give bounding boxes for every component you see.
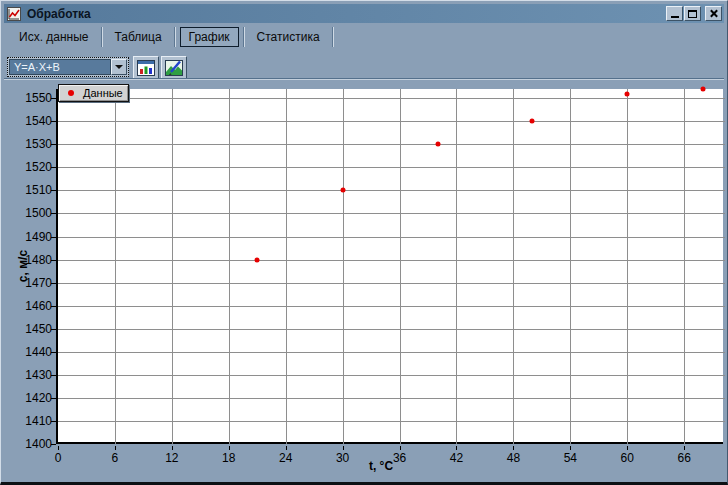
gridline-h bbox=[58, 237, 725, 238]
x-tick-mark bbox=[513, 446, 514, 450]
window-title: Обработка bbox=[27, 7, 91, 21]
gridline-h bbox=[58, 421, 725, 422]
data-point bbox=[340, 188, 345, 193]
toolbar-divider bbox=[4, 78, 724, 80]
y-tick-label: 1440 bbox=[10, 345, 52, 359]
x-tick-label: 48 bbox=[493, 451, 533, 465]
chart-type-button[interactable] bbox=[133, 56, 159, 79]
y-tick-label: 1470 bbox=[10, 276, 52, 290]
minimize-icon bbox=[671, 16, 679, 18]
x-tick-label: 0 bbox=[38, 451, 78, 465]
tab-separator bbox=[332, 27, 334, 47]
gridline-v bbox=[400, 89, 401, 444]
gridline-v bbox=[627, 89, 628, 444]
tab-table[interactable]: Таблица bbox=[104, 27, 173, 47]
x-tick-label: 66 bbox=[664, 451, 704, 465]
formula-dropdown-button[interactable] bbox=[111, 59, 127, 75]
x-tick-label: 24 bbox=[266, 451, 306, 465]
y-tick-label: 1460 bbox=[10, 299, 52, 313]
formula-select[interactable]: Y=A·X+B bbox=[7, 57, 129, 77]
bar-chart-icon bbox=[137, 60, 155, 76]
x-tick-mark bbox=[400, 446, 401, 450]
gridline-h bbox=[58, 190, 725, 191]
x-tick-mark bbox=[229, 446, 230, 450]
x-tick-label: 60 bbox=[607, 451, 647, 465]
x-tick-mark bbox=[115, 446, 116, 450]
gridline-v bbox=[343, 89, 344, 444]
tab-separator bbox=[101, 27, 103, 47]
x-tick-mark bbox=[58, 446, 59, 450]
x-tick-label: 18 bbox=[209, 451, 249, 465]
tab-separator bbox=[243, 27, 245, 47]
y-tick-label: 1450 bbox=[10, 322, 52, 336]
x-tick-mark bbox=[343, 446, 344, 450]
close-icon bbox=[710, 9, 718, 18]
y-tick-label: 1510 bbox=[10, 183, 52, 197]
y-tick-label: 1500 bbox=[10, 206, 52, 220]
gridline-v bbox=[172, 89, 173, 444]
x-tick-label: 54 bbox=[550, 451, 590, 465]
maximize-button[interactable] bbox=[684, 6, 701, 21]
data-point bbox=[435, 142, 440, 147]
gridline-h bbox=[58, 306, 725, 307]
gridline-h bbox=[58, 167, 725, 168]
gridline-v bbox=[286, 89, 287, 444]
y-tick-label: 1530 bbox=[10, 137, 52, 151]
gridline-h bbox=[58, 398, 725, 399]
x-tick-mark bbox=[627, 446, 628, 450]
y-tick-label: 1410 bbox=[10, 414, 52, 428]
tab-bar: Исх. данныеТаблицаГрафикСтатистика bbox=[4, 25, 724, 49]
gridline-h bbox=[58, 283, 725, 284]
gridline-h bbox=[58, 213, 725, 214]
y-tick-label: 1420 bbox=[10, 391, 52, 405]
gridline-v bbox=[570, 89, 571, 444]
y-tick-label: 1550 bbox=[10, 91, 52, 105]
gridline-h bbox=[58, 144, 725, 145]
tab-graph[interactable]: График bbox=[180, 27, 239, 47]
gridline-v bbox=[513, 89, 514, 444]
series-marker-icon bbox=[68, 90, 74, 96]
minimize-button[interactable] bbox=[666, 6, 683, 21]
gridline-v bbox=[456, 89, 457, 444]
y-tick-label: 1480 bbox=[10, 253, 52, 267]
edit-image-icon bbox=[165, 60, 183, 76]
y-tick-label: 1520 bbox=[10, 160, 52, 174]
edit-chart-button[interactable] bbox=[161, 56, 187, 79]
chart-panel: Данные t, °C c, м/с 06121824303642485460… bbox=[5, 83, 725, 480]
data-point bbox=[625, 91, 630, 96]
y-tick-label: 1430 bbox=[10, 368, 52, 382]
tab-source-data[interactable]: Исх. данные bbox=[8, 27, 100, 47]
tab-separator bbox=[174, 27, 176, 47]
y-tick-label: 1490 bbox=[10, 230, 52, 244]
gridline-h bbox=[58, 260, 725, 261]
plot-area[interactable] bbox=[56, 89, 723, 444]
gridline-v bbox=[115, 89, 116, 444]
gridline-v bbox=[684, 89, 685, 444]
title-bar[interactable]: Обработка bbox=[4, 4, 724, 23]
close-button[interactable] bbox=[705, 6, 722, 21]
maximize-icon bbox=[688, 10, 697, 18]
x-tick-mark bbox=[286, 446, 287, 450]
gridline-h bbox=[58, 352, 725, 353]
gridline-h bbox=[58, 98, 725, 99]
legend-label: Данные bbox=[83, 87, 123, 99]
tab-statistics[interactable]: Статистика bbox=[246, 27, 331, 47]
x-tick-mark bbox=[172, 446, 173, 450]
y-tick-label: 1400 bbox=[10, 437, 52, 451]
window-controls bbox=[665, 6, 722, 21]
formula-select-value: Y=A·X+B bbox=[9, 59, 111, 75]
gridline-h bbox=[58, 375, 725, 376]
x-tick-label: 6 bbox=[95, 451, 135, 465]
x-tick-mark bbox=[684, 446, 685, 450]
x-tick-label: 12 bbox=[152, 451, 192, 465]
data-point bbox=[701, 87, 706, 92]
data-point bbox=[255, 257, 260, 262]
x-tick-mark bbox=[570, 446, 571, 450]
x-tick-label: 42 bbox=[436, 451, 476, 465]
gridline-h bbox=[58, 121, 725, 122]
y-tick-label: 1540 bbox=[10, 114, 52, 128]
chart-legend: Данные bbox=[58, 84, 129, 102]
x-tick-label: 36 bbox=[380, 451, 420, 465]
gridline-h bbox=[58, 329, 725, 330]
chevron-down-icon bbox=[115, 65, 123, 69]
